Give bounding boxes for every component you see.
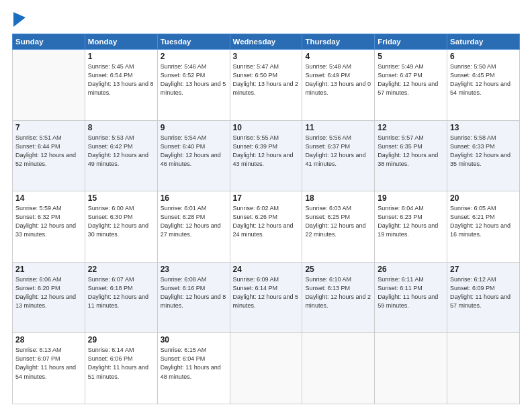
weekday-header: Saturday (447, 34, 520, 50)
day-info: Sunrise: 6:13 AMSunset: 6:07 PMDaylight:… (15, 346, 82, 381)
day-number: 26 (378, 265, 444, 274)
day-number: 19 (378, 193, 444, 203)
calendar-day-cell: 12Sunrise: 5:57 AMSunset: 6:35 PMDayligh… (375, 120, 447, 191)
day-info: Sunrise: 6:00 AMSunset: 6:30 PMDaylight:… (88, 204, 154, 239)
day-number: 27 (450, 265, 517, 274)
calendar-day-cell: 24Sunrise: 6:09 AMSunset: 6:14 PMDayligh… (230, 262, 302, 333)
weekday-header: Sunday (13, 34, 85, 50)
calendar-week-row: 7Sunrise: 5:51 AMSunset: 6:44 PMDaylight… (13, 120, 520, 191)
day-number: 17 (233, 193, 300, 203)
day-info: Sunrise: 6:07 AMSunset: 6:18 PMDaylight:… (88, 275, 154, 310)
day-number: 3 (233, 52, 300, 61)
day-number: 15 (88, 193, 154, 203)
calendar-day-cell: 22Sunrise: 6:07 AMSunset: 6:18 PMDayligh… (85, 262, 157, 333)
weekday-header: Tuesday (157, 34, 230, 50)
calendar-week-row: 14Sunrise: 5:59 AMSunset: 6:32 PMDayligh… (13, 191, 520, 263)
page: SundayMondayTuesdayWednesdayThursdayFrid… (0, 0, 532, 411)
day-info: Sunrise: 5:58 AMSunset: 6:33 PMDaylight:… (450, 134, 517, 169)
calendar-day-cell: 3Sunrise: 5:47 AMSunset: 6:50 PMDaylight… (230, 50, 302, 121)
day-number: 11 (305, 123, 371, 132)
day-number: 18 (305, 193, 371, 203)
day-info: Sunrise: 5:57 AMSunset: 6:35 PMDaylight:… (378, 134, 444, 169)
calendar-day-cell (375, 333, 447, 404)
calendar-day-cell: 20Sunrise: 6:05 AMSunset: 6:21 PMDayligh… (447, 191, 520, 263)
calendar-day-cell (302, 333, 375, 404)
calendar-day-cell (447, 333, 520, 404)
day-info: Sunrise: 5:50 AMSunset: 6:45 PMDaylight:… (450, 62, 517, 97)
day-info: Sunrise: 6:05 AMSunset: 6:21 PMDaylight:… (450, 204, 517, 239)
calendar-day-cell (230, 333, 302, 404)
day-number: 2 (161, 52, 227, 61)
calendar-week-row: 21Sunrise: 6:06 AMSunset: 6:20 PMDayligh… (13, 262, 520, 333)
weekday-header: Monday (85, 34, 157, 50)
day-info: Sunrise: 6:02 AMSunset: 6:26 PMDaylight:… (233, 204, 300, 239)
day-info: Sunrise: 5:51 AMSunset: 6:44 PMDaylight:… (15, 134, 82, 169)
day-info: Sunrise: 5:53 AMSunset: 6:42 PMDaylight:… (88, 134, 154, 169)
day-number: 10 (233, 123, 300, 132)
day-number: 4 (305, 52, 371, 61)
calendar-day-cell: 25Sunrise: 6:10 AMSunset: 6:13 PMDayligh… (302, 262, 375, 333)
day-number: 6 (450, 52, 517, 61)
day-number: 22 (88, 265, 154, 274)
day-info: Sunrise: 6:11 AMSunset: 6:11 PMDaylight:… (378, 275, 444, 310)
day-number: 16 (161, 193, 227, 203)
day-info: Sunrise: 5:56 AMSunset: 6:37 PMDaylight:… (305, 134, 371, 169)
day-number: 30 (161, 335, 227, 345)
day-info: Sunrise: 6:06 AMSunset: 6:20 PMDaylight:… (15, 275, 82, 310)
calendar-day-cell: 8Sunrise: 5:53 AMSunset: 6:42 PMDaylight… (85, 120, 157, 191)
weekday-header: Thursday (302, 34, 375, 50)
day-info: Sunrise: 5:48 AMSunset: 6:49 PMDaylight:… (305, 62, 371, 97)
calendar-day-cell: 18Sunrise: 6:03 AMSunset: 6:25 PMDayligh… (302, 191, 375, 263)
day-number: 8 (88, 123, 154, 132)
day-info: Sunrise: 6:15 AMSunset: 6:04 PMDaylight:… (161, 346, 227, 381)
day-info: Sunrise: 6:10 AMSunset: 6:13 PMDaylight:… (305, 275, 371, 310)
day-info: Sunrise: 5:59 AMSunset: 6:32 PMDaylight:… (15, 204, 82, 239)
day-number: 1 (88, 52, 154, 61)
calendar-day-cell: 14Sunrise: 5:59 AMSunset: 6:32 PMDayligh… (13, 191, 85, 263)
calendar-day-cell: 15Sunrise: 6:00 AMSunset: 6:30 PMDayligh… (85, 191, 157, 263)
logo (12, 12, 26, 27)
day-number: 24 (233, 265, 300, 274)
svg-marker-0 (13, 12, 26, 27)
calendar-day-cell: 30Sunrise: 6:15 AMSunset: 6:04 PMDayligh… (157, 333, 230, 404)
calendar-day-cell: 23Sunrise: 6:08 AMSunset: 6:16 PMDayligh… (157, 262, 230, 333)
calendar-day-cell: 9Sunrise: 5:54 AMSunset: 6:40 PMDaylight… (157, 120, 230, 191)
day-info: Sunrise: 5:49 AMSunset: 6:47 PMDaylight:… (378, 62, 444, 97)
calendar-day-cell: 29Sunrise: 6:14 AMSunset: 6:06 PMDayligh… (85, 333, 157, 404)
day-number: 20 (450, 193, 517, 203)
logo-icon (13, 12, 26, 27)
day-info: Sunrise: 5:46 AMSunset: 6:52 PMDaylight:… (161, 62, 227, 97)
calendar-day-cell: 11Sunrise: 5:56 AMSunset: 6:37 PMDayligh… (302, 120, 375, 191)
day-number: 7 (15, 123, 82, 132)
day-info: Sunrise: 6:01 AMSunset: 6:28 PMDaylight:… (161, 204, 227, 239)
day-number: 5 (378, 52, 444, 61)
day-number: 21 (15, 265, 82, 274)
calendar-week-row: 1Sunrise: 5:45 AMSunset: 6:54 PMDaylight… (13, 50, 520, 121)
weekday-header: Wednesday (230, 34, 302, 50)
day-info: Sunrise: 5:54 AMSunset: 6:40 PMDaylight:… (161, 134, 227, 169)
day-number: 25 (305, 265, 371, 274)
day-info: Sunrise: 6:09 AMSunset: 6:14 PMDaylight:… (233, 275, 300, 310)
calendar-day-cell: 7Sunrise: 5:51 AMSunset: 6:44 PMDaylight… (13, 120, 85, 191)
day-info: Sunrise: 5:45 AMSunset: 6:54 PMDaylight:… (88, 62, 154, 97)
calendar-header-row: SundayMondayTuesdayWednesdayThursdayFrid… (13, 34, 520, 50)
day-number: 28 (15, 335, 82, 345)
day-number: 9 (161, 123, 227, 132)
calendar-day-cell: 4Sunrise: 5:48 AMSunset: 6:49 PMDaylight… (302, 50, 375, 121)
calendar-day-cell: 19Sunrise: 6:04 AMSunset: 6:23 PMDayligh… (375, 191, 447, 263)
calendar-day-cell: 2Sunrise: 5:46 AMSunset: 6:52 PMDaylight… (157, 50, 230, 121)
calendar-day-cell: 5Sunrise: 5:49 AMSunset: 6:47 PMDaylight… (375, 50, 447, 121)
day-number: 14 (15, 193, 82, 203)
day-number: 23 (161, 265, 227, 274)
calendar-day-cell: 16Sunrise: 6:01 AMSunset: 6:28 PMDayligh… (157, 191, 230, 263)
day-info: Sunrise: 6:08 AMSunset: 6:16 PMDaylight:… (161, 275, 227, 310)
day-info: Sunrise: 6:14 AMSunset: 6:06 PMDaylight:… (88, 346, 154, 381)
calendar-week-row: 28Sunrise: 6:13 AMSunset: 6:07 PMDayligh… (13, 333, 520, 404)
calendar-table: SundayMondayTuesdayWednesdayThursdayFrid… (12, 34, 520, 404)
calendar-day-cell: 27Sunrise: 6:12 AMSunset: 6:09 PMDayligh… (447, 262, 520, 333)
calendar-day-cell: 13Sunrise: 5:58 AMSunset: 6:33 PMDayligh… (447, 120, 520, 191)
calendar-day-cell: 28Sunrise: 6:13 AMSunset: 6:07 PMDayligh… (13, 333, 85, 404)
calendar-day-cell: 6Sunrise: 5:50 AMSunset: 6:45 PMDaylight… (447, 50, 520, 121)
day-number: 29 (88, 335, 154, 345)
day-info: Sunrise: 6:12 AMSunset: 6:09 PMDaylight:… (450, 275, 517, 310)
